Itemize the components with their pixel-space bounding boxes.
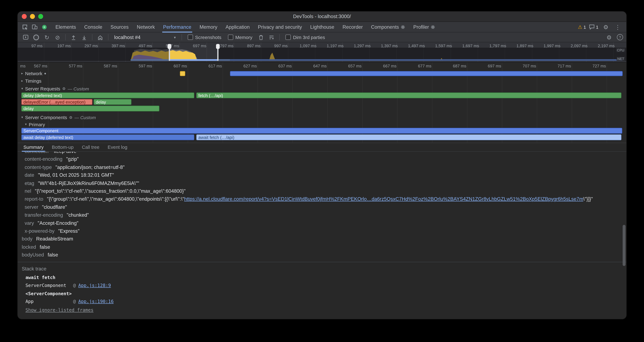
- flame-bar[interactable]: [180, 71, 185, 76]
- record-icon[interactable]: [32, 33, 41, 42]
- time-label: 707 ms: [522, 64, 536, 68]
- details-tab-call-tree[interactable]: Call tree: [78, 143, 104, 152]
- settings-gear-icon[interactable]: ⚙: [601, 22, 610, 32]
- tab-lighthouse[interactable]: Lighthouse: [306, 22, 338, 32]
- source-link[interactable]: App.js:128:9: [78, 283, 111, 288]
- flame-bar[interactable]: delay: [22, 106, 160, 111]
- track-settings-icon[interactable]: ⚙: [69, 115, 72, 119]
- record-reload-icon[interactable]: ↻: [42, 33, 51, 42]
- flame-bar[interactable]: delay: [94, 99, 131, 105]
- screenshots-checkbox-group[interactable]: Screenshots: [188, 35, 221, 40]
- flame-bar[interactable]: ServerComponent: [22, 128, 622, 134]
- inspect-element-icon[interactable]: [20, 22, 29, 32]
- flame-bar[interactable]: await fetch (…/api): [196, 134, 622, 140]
- tab-performance[interactable]: Performance: [159, 22, 196, 32]
- source-link[interactable]: App.js:190:16: [78, 299, 114, 304]
- value-link[interactable]: https://a.nel.cloudflare.com/report/v4?s…: [184, 196, 583, 202]
- clear-icon[interactable]: ⊘: [53, 33, 62, 42]
- close-window-button[interactable]: [22, 14, 26, 19]
- header-value: "W/\"4b1-RjEJloX9kRinu6F0MAZMmy6E5iA\"": [38, 180, 139, 186]
- disclosure-triangle-icon[interactable]: ▸: [22, 72, 23, 75]
- timeline-overview[interactable]: 97 ms197 ms297 ms397 ms497 ms597 ms697 m…: [18, 42, 626, 63]
- details-tab-bottom-up[interactable]: Bottom-up: [48, 143, 78, 152]
- summary-row: bodyUsedfalse: [18, 251, 626, 259]
- dim-3rd-parties-label: Dim 3rd parties: [293, 35, 325, 40]
- tab-label: Elements: [56, 24, 76, 30]
- screen: DevTools - localhost:3000/ ElementsConso…: [0, 0, 644, 342]
- time-label: 647 ms: [313, 64, 327, 68]
- flame-bar[interactable]: await delay (deferred text): [22, 134, 194, 140]
- home-icon[interactable]: [96, 33, 105, 42]
- tab-privacy-and-security[interactable]: Privacy and security: [254, 22, 306, 32]
- tab-memory[interactable]: Memory: [196, 22, 222, 32]
- flame-chart[interactable]: ms 567 ms577 ms587 ms597 ms607 ms617 ms6…: [18, 63, 626, 143]
- track-settings-icon[interactable]: ⚙: [62, 87, 66, 91]
- details-tab-summary[interactable]: Summary: [19, 143, 48, 152]
- toolbar-divider: [92, 34, 92, 40]
- flame-bar[interactable]: fetch (…/api): [196, 93, 622, 98]
- summary-pane: connection"keep-alive"content-encoding"g…: [18, 152, 626, 319]
- flame-bar[interactable]: [230, 71, 622, 76]
- save-profile-icon[interactable]: [80, 33, 89, 42]
- tab-console[interactable]: Console: [80, 22, 106, 32]
- collect-garbage-icon[interactable]: [256, 33, 266, 42]
- header-value: "application/json; charset=utf-8": [56, 164, 124, 170]
- extension-icon[interactable]: [40, 22, 49, 32]
- selection-handle-left[interactable]: [169, 48, 170, 61]
- value-text: "{\"group\":\"cf-nel\",\"max_age\":60480…: [47, 196, 184, 202]
- tab-elements[interactable]: Elements: [51, 22, 80, 32]
- time-label: 797 ms: [220, 44, 234, 48]
- issues-indicator[interactable]: ⚠ 1: [578, 25, 586, 29]
- history-dropdown[interactable]: localhost #4 ▾: [112, 33, 178, 41]
- time-label: 597 ms: [139, 64, 152, 68]
- flame-bar[interactable]: delayedError (…ayed exception): [22, 99, 92, 105]
- track-primary[interactable]: ▾ Primary: [25, 121, 45, 127]
- track-server-requests[interactable]: ▾ Server Requests ⚙ — Custom: [22, 86, 89, 92]
- header-key: bodyUsed: [22, 252, 44, 258]
- flame-bar[interactable]: delay (deferred text): [22, 93, 194, 98]
- tab-components[interactable]: Components: [367, 22, 409, 32]
- device-toolbar-icon[interactable]: [30, 22, 39, 32]
- time-label: 1,497 ms: [408, 44, 425, 48]
- tab-application[interactable]: Application: [222, 22, 254, 32]
- show-ignore-listed-link[interactable]: Show ignore-listed frames: [26, 307, 94, 313]
- capture-settings-gear-icon[interactable]: ⚙: [604, 33, 614, 42]
- messages-indicator[interactable]: 1: [589, 24, 598, 30]
- overview-dim-left: [18, 48, 169, 61]
- track-network[interactable]: ▸ Network: [22, 70, 46, 77]
- track-label: Server Components: [25, 115, 67, 120]
- track-server-components[interactable]: ▾ Server Components ⚙ — Custom: [22, 114, 96, 120]
- kebab-menu-icon[interactable]: ⋮: [613, 22, 622, 32]
- memory-checkbox-group[interactable]: Memory: [228, 35, 252, 40]
- scrollbar-thumb[interactable]: [622, 225, 626, 266]
- track-label: Network: [25, 71, 42, 76]
- details-tab-event-log[interactable]: Event log: [104, 143, 131, 152]
- frame-at: @: [73, 299, 76, 304]
- screenshots-checkbox[interactable]: [188, 35, 193, 40]
- throttling-icon[interactable]: [267, 33, 276, 42]
- header-key: nel: [25, 188, 32, 194]
- summary-row: content-encoding"gzip": [18, 156, 626, 164]
- dim-3rd-parties-checkbox[interactable]: [286, 35, 291, 40]
- traffic-lights: [22, 14, 43, 19]
- value-text: "W/\"4b1-RjEJloX9kRinu6F0MAZMmy6E5iA\"": [38, 180, 139, 186]
- header-key: etag: [25, 180, 34, 186]
- frame-name: ServerComponent: [26, 282, 73, 290]
- disclosure-triangle-icon[interactable]: ▾: [22, 116, 23, 119]
- zoom-window-button[interactable]: [38, 14, 43, 19]
- tab-network[interactable]: Network: [133, 22, 159, 32]
- track-timings[interactable]: ▸ Timings: [22, 78, 42, 84]
- help-icon[interactable]: ?: [617, 34, 623, 40]
- disclosure-triangle-icon[interactable]: ▸: [22, 79, 23, 83]
- dim-3rd-parties-checkbox-group[interactable]: Dim 3rd parties: [286, 35, 325, 40]
- disclosure-triangle-icon[interactable]: ▾: [22, 87, 23, 90]
- tab-profiler[interactable]: Profiler: [409, 22, 439, 32]
- tab-sources[interactable]: Sources: [106, 22, 133, 32]
- selection-handle-right[interactable]: [217, 48, 218, 61]
- live-metrics-icon[interactable]: [21, 33, 30, 42]
- memory-checkbox[interactable]: [228, 35, 233, 40]
- load-profile-icon[interactable]: [69, 33, 78, 42]
- tab-recorder[interactable]: Recorder: [338, 22, 367, 32]
- disclosure-triangle-icon[interactable]: ▾: [25, 122, 26, 126]
- minimize-window-button[interactable]: [30, 14, 35, 19]
